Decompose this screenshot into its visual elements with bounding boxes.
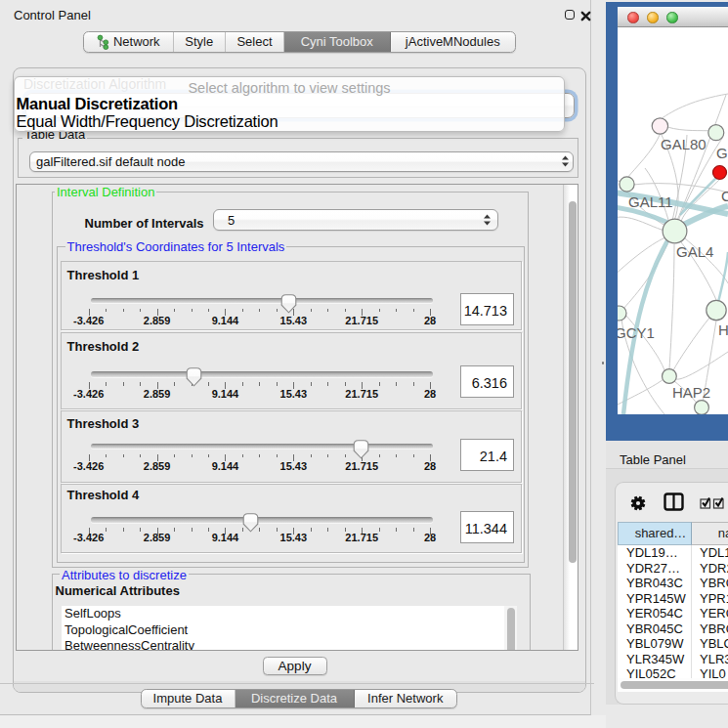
- svg-text:HAP2: HAP2: [672, 384, 710, 401]
- svg-text:GAL80: GAL80: [661, 136, 707, 152]
- svg-text:C: C: [721, 188, 728, 204]
- svg-text:GAL4: GAL4: [676, 243, 713, 260]
- svg-text:H: H: [718, 321, 728, 338]
- svg-text:GCY1: GCY1: [618, 324, 655, 341]
- svg-text:G.: G.: [716, 145, 728, 161]
- svg-text:GAL11: GAL11: [628, 193, 673, 210]
